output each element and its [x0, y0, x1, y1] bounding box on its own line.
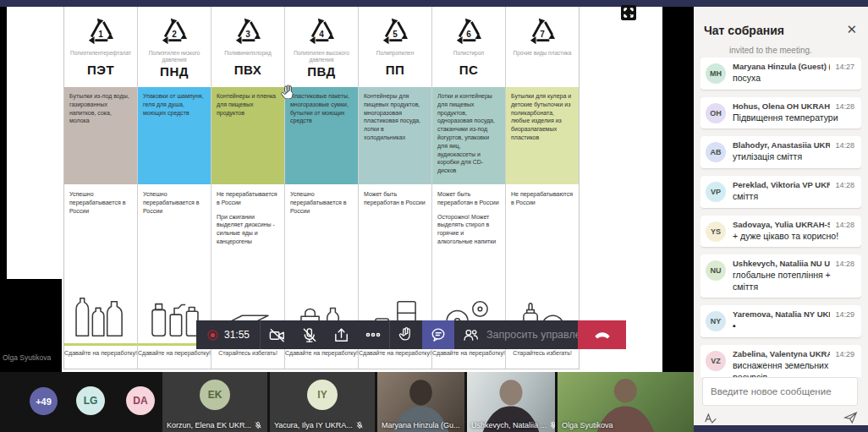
plastics-table: 1 Полиэтилентерефталат ПЭТ Бутылки из-по… [63, 7, 580, 369]
plastic-items: Упаковки от шампуня, геля для душа, моющ… [138, 87, 211, 184]
svg-text:6: 6 [466, 30, 471, 39]
sender-name: Yaremova, Natalia NY UKR... [733, 309, 830, 319]
video-tile[interactable]: EK Korzun, Elena EK UKR... [162, 372, 267, 432]
chat-message: OH Hohus, Olena OH UKRAH-...14:28 Підвищ… [700, 97, 861, 129]
avatar: EK [200, 380, 230, 410]
recycling-code-icon: 5 [378, 13, 412, 48]
hangup-button[interactable] [578, 320, 626, 349]
svg-text:7: 7 [540, 30, 545, 39]
fit-to-frame-icon[interactable] [621, 5, 636, 20]
svg-text:5: 5 [393, 30, 398, 39]
plastic-name: Прочие виды пластика [506, 50, 579, 63]
plastic-name: Полиэтилен высокого давления [285, 50, 358, 64]
people-button[interactable] [454, 320, 486, 349]
plastic-name: Полиэтилентерефталат [64, 50, 137, 63]
plastic-abbr: ПВХ [212, 63, 284, 77]
column-ps: 6 Полистирол ПС Лотки и контейнеры для п… [432, 7, 506, 369]
sender-name: Ushkevych, Nataliia NU UK... [733, 259, 830, 268]
sender-name: Maryana Hinzula (Guest) (г... [733, 62, 830, 71]
recyclability-status: Успешно перерабатывается в России [290, 190, 353, 215]
recycling-code-icon: 4 [305, 13, 338, 48]
plastic-items: Бутылки из-под воды, газированных напитк… [64, 87, 137, 184]
recycling-code-icon: 2 [157, 13, 191, 48]
system-notice: invited to the meeting. [729, 46, 812, 55]
new-message-input[interactable] [702, 377, 858, 406]
recyclability-status: Успешно перерабатывается в России [143, 190, 206, 215]
shared-document: 1 Полиэтилентерефталат ПЭТ Бутылки из-по… [7, 7, 662, 372]
video-tile[interactable]: Maryana Hinzula (Gu... [377, 372, 464, 432]
column-pp: 5 Полипропилен ПП Контейнеры для пищевых… [359, 7, 432, 369]
message-text: глобальне потепління + сміття [733, 270, 854, 293]
mic-off-icon [463, 421, 464, 429]
sender-name: Hohus, Olena OH UKRAH-... [733, 101, 830, 111]
recyclability-status: Успешно перерабатывается в России [69, 190, 132, 215]
avatar[interactable]: DA [126, 386, 155, 415]
self-video-tile[interactable]: Olga Syutikova [0, 279, 62, 372]
timestamp: 14:28 [835, 260, 854, 268]
screen-share-stage: 1 Полиэтилентерефталат ПЭТ Бутылки из-по… [0, 7, 694, 372]
action-label: Сдавайте на переработку! [64, 343, 137, 369]
chat-message: MH Maryana Hinzula (Guest) (г...14:27 по… [700, 57, 861, 90]
recyclability-status: Может быть переработан в России [437, 190, 500, 207]
video-tile[interactable]: IY Yacura, Ilya IY UKRA... [270, 372, 375, 432]
recycling-code-icon: 7 [525, 13, 559, 48]
more-actions-button[interactable] [357, 320, 389, 349]
send-icon[interactable] [843, 411, 858, 424]
hand-cursor [280, 85, 293, 99]
plastic-items: Лотки и контейнеры для пищевых продуктов… [432, 87, 505, 184]
message-text: утилізація сміття [733, 151, 854, 163]
message-text: Підвищення температури [733, 112, 854, 124]
column-other: 7 Прочие виды пластика Бутылки для кулер… [506, 7, 579, 369]
overflow-count-badge[interactable]: +49 [30, 387, 58, 415]
participant-name: Korzun, Elena EK UKR... [167, 421, 251, 429]
format-icon[interactable] [704, 412, 717, 424]
avatar: AB [706, 142, 726, 162]
recycling-code-icon: 1 [84, 13, 118, 48]
participant-name: Maryana Hinzula (Gu... [382, 421, 460, 429]
message-text: ▪ [733, 320, 854, 332]
window-bottom-bar [694, 425, 868, 432]
avatar: YS [706, 221, 726, 242]
timestamp: 14:28 [835, 102, 854, 111]
mic-off-button[interactable] [293, 320, 325, 349]
message-text: посуха [733, 73, 854, 85]
recyclability-status: Не перерабатывается в России [217, 190, 279, 207]
camera-off-button[interactable] [261, 320, 293, 349]
svg-text:3: 3 [245, 30, 250, 39]
chat-button[interactable] [422, 320, 454, 349]
recyclability-warning: Осторожно! Может выделять стирол в горяч… [437, 213, 500, 246]
call-toolbar: 31:55 Запрос [196, 320, 626, 349]
sender-name: Zabelina, Valentyna UKRA... [733, 349, 830, 358]
column-pet: 1 Полиэтилентерефталат ПЭТ Бутылки из-по… [64, 7, 138, 369]
plastic-name: Полипропилен [359, 50, 431, 63]
sender-name: Blahodyr, Anastasiia UKRA... [733, 140, 830, 150]
chat-message: YS Sadovaya, Yulia UKRAH-SO...14:28 + ду… [700, 216, 861, 248]
recycling-code-icon: 3 [231, 13, 265, 48]
call-timer: 31:55 [224, 329, 250, 341]
meeting-chat-panel: Чат собрания ✕ invited to the meeting. M… [694, 7, 868, 425]
plastic-abbr: ПЭТ [64, 63, 137, 77]
avatar[interactable]: LG [76, 386, 105, 415]
avatar: NU [706, 260, 726, 281]
chat-message: VZ Zabelina, Valentyna UKRA...14:29 висн… [700, 345, 861, 377]
sender-name: Pereklad, Viktoria VP UKRA... [733, 180, 830, 189]
chat-message: VP Pereklad, Viktoria VP UKRA...14:28 см… [700, 176, 861, 208]
share-screen-button[interactable] [325, 320, 357, 349]
timestamp: 14:28 [835, 141, 854, 150]
raise-hand-button[interactable] [390, 320, 422, 349]
close-icon[interactable]: ✕ [846, 22, 857, 37]
timestamp: 14:28 [835, 181, 854, 189]
avatar: OH [706, 103, 726, 123]
plastic-name: Полистирол [432, 50, 505, 63]
recyclability-status: Может быть переработан в России [364, 190, 426, 207]
plastic-items: Контейнеры для пищевых продуктов, многор… [359, 87, 431, 184]
participant-name: Ushkevych, Nataliia ... [471, 421, 547, 429]
video-tile[interactable]: Olga Syutikova [558, 372, 694, 432]
plastic-abbr: ПНД [138, 64, 211, 79]
request-control-button[interactable]: Запросить управление [486, 329, 578, 341]
message-text: сміття [733, 191, 854, 203]
mic-off-icon [355, 421, 364, 429]
column-pnd: 2 Полиэтилен низкого давления ПНД Упаков… [138, 7, 212, 369]
video-tile[interactable]: Ushkevych, Nataliia ... [467, 372, 555, 432]
recyclability-status: Не перерабатываются в России [511, 190, 574, 207]
